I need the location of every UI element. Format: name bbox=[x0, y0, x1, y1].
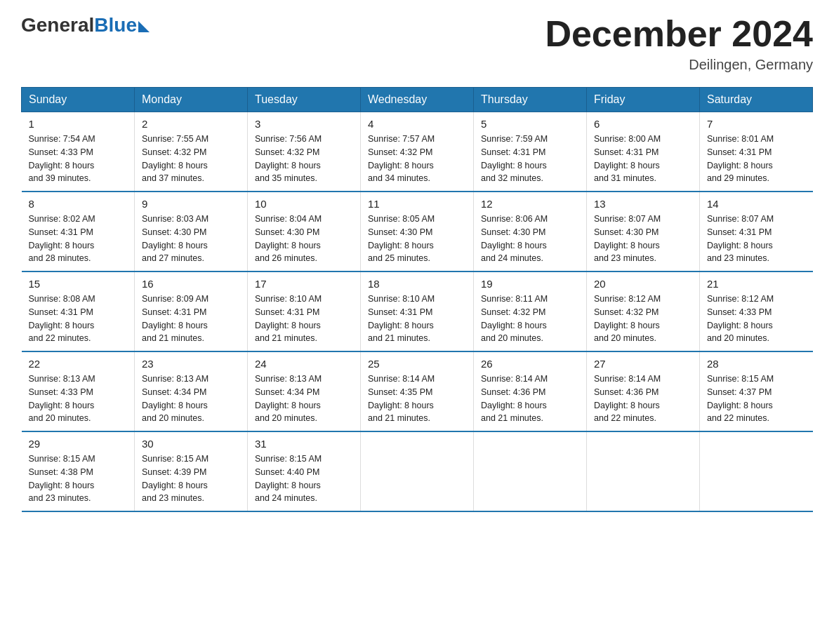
day-number: 26 bbox=[481, 358, 579, 370]
day-info: Sunrise: 7:56 AM Sunset: 4:32 PM Dayligh… bbox=[255, 133, 353, 185]
table-row: 25 Sunrise: 8:14 AM Sunset: 4:35 PM Dayl… bbox=[361, 351, 474, 431]
day-info: Sunrise: 8:13 AM Sunset: 4:33 PM Dayligh… bbox=[29, 373, 128, 425]
table-row: 18 Sunrise: 8:10 AM Sunset: 4:31 PM Dayl… bbox=[361, 271, 474, 351]
day-info: Sunrise: 8:12 AM Sunset: 4:33 PM Dayligh… bbox=[707, 293, 806, 345]
day-info: Sunrise: 8:10 AM Sunset: 4:31 PM Dayligh… bbox=[255, 293, 353, 345]
day-number: 27 bbox=[594, 358, 692, 370]
day-number: 18 bbox=[368, 278, 466, 290]
day-number: 22 bbox=[29, 358, 128, 370]
day-info: Sunrise: 8:06 AM Sunset: 4:30 PM Dayligh… bbox=[481, 213, 579, 265]
day-number: 6 bbox=[594, 118, 692, 130]
day-number: 1 bbox=[29, 118, 128, 130]
day-number: 28 bbox=[707, 358, 806, 370]
day-info: Sunrise: 8:14 AM Sunset: 4:36 PM Dayligh… bbox=[481, 373, 579, 425]
day-number: 30 bbox=[142, 438, 240, 450]
calendar-week-row: 1 Sunrise: 7:54 AM Sunset: 4:33 PM Dayli… bbox=[22, 112, 813, 192]
logo-blue-container: Blue bbox=[94, 14, 150, 36]
day-info: Sunrise: 8:10 AM Sunset: 4:31 PM Dayligh… bbox=[368, 293, 466, 345]
table-row: 26 Sunrise: 8:14 AM Sunset: 4:36 PM Dayl… bbox=[474, 351, 587, 431]
calendar-table: Sunday Monday Tuesday Wednesday Thursday… bbox=[21, 87, 813, 512]
logo: General Blue bbox=[21, 14, 150, 36]
day-number: 23 bbox=[142, 358, 240, 370]
table-row: 28 Sunrise: 8:15 AM Sunset: 4:37 PM Dayl… bbox=[700, 351, 813, 431]
day-info: Sunrise: 8:02 AM Sunset: 4:31 PM Dayligh… bbox=[29, 213, 128, 265]
table-row: 10 Sunrise: 8:04 AM Sunset: 4:30 PM Dayl… bbox=[248, 192, 361, 271]
day-number: 11 bbox=[368, 198, 466, 210]
day-number: 17 bbox=[255, 278, 353, 290]
day-number: 24 bbox=[255, 358, 353, 370]
logo-blue-text: Blue bbox=[94, 14, 137, 36]
day-number: 7 bbox=[707, 118, 806, 130]
table-row: 8 Sunrise: 8:02 AM Sunset: 4:31 PM Dayli… bbox=[22, 192, 135, 271]
calendar-week-row: 22 Sunrise: 8:13 AM Sunset: 4:33 PM Dayl… bbox=[22, 351, 813, 431]
day-info: Sunrise: 8:13 AM Sunset: 4:34 PM Dayligh… bbox=[255, 373, 353, 425]
header-tuesday: Tuesday bbox=[248, 88, 361, 112]
header-friday: Friday bbox=[587, 88, 700, 112]
table-row: 5 Sunrise: 7:59 AM Sunset: 4:31 PM Dayli… bbox=[474, 112, 587, 192]
day-info: Sunrise: 8:09 AM Sunset: 4:31 PM Dayligh… bbox=[142, 293, 240, 345]
table-row: 23 Sunrise: 8:13 AM Sunset: 4:34 PM Dayl… bbox=[135, 351, 248, 431]
day-info: Sunrise: 8:14 AM Sunset: 4:35 PM Dayligh… bbox=[368, 373, 466, 425]
day-number: 12 bbox=[481, 198, 579, 210]
day-info: Sunrise: 8:13 AM Sunset: 4:34 PM Dayligh… bbox=[142, 373, 240, 425]
day-number: 25 bbox=[368, 358, 466, 370]
table-row: 9 Sunrise: 8:03 AM Sunset: 4:30 PM Dayli… bbox=[135, 192, 248, 271]
table-row: 15 Sunrise: 8:08 AM Sunset: 4:31 PM Dayl… bbox=[22, 271, 135, 351]
table-row bbox=[474, 431, 587, 511]
day-number: 9 bbox=[142, 198, 240, 210]
calendar-header-row: Sunday Monday Tuesday Wednesday Thursday… bbox=[22, 88, 813, 112]
day-info: Sunrise: 8:07 AM Sunset: 4:31 PM Dayligh… bbox=[707, 213, 806, 265]
table-row: 3 Sunrise: 7:56 AM Sunset: 4:32 PM Dayli… bbox=[248, 112, 361, 192]
table-row: 21 Sunrise: 8:12 AM Sunset: 4:33 PM Dayl… bbox=[700, 271, 813, 351]
header-saturday: Saturday bbox=[700, 88, 813, 112]
header-thursday: Thursday bbox=[474, 88, 587, 112]
day-number: 21 bbox=[707, 278, 806, 290]
day-number: 10 bbox=[255, 198, 353, 210]
table-row bbox=[587, 431, 700, 511]
logo-triangle-icon bbox=[138, 21, 150, 32]
table-row: 13 Sunrise: 8:07 AM Sunset: 4:30 PM Dayl… bbox=[587, 192, 700, 271]
table-row: 6 Sunrise: 8:00 AM Sunset: 4:31 PM Dayli… bbox=[587, 112, 700, 192]
day-number: 2 bbox=[142, 118, 240, 130]
day-info: Sunrise: 8:07 AM Sunset: 4:30 PM Dayligh… bbox=[594, 213, 692, 265]
header-monday: Monday bbox=[135, 88, 248, 112]
table-row: 22 Sunrise: 8:13 AM Sunset: 4:33 PM Dayl… bbox=[22, 351, 135, 431]
table-row: 7 Sunrise: 8:01 AM Sunset: 4:31 PM Dayli… bbox=[700, 112, 813, 192]
day-number: 3 bbox=[255, 118, 353, 130]
calendar-week-row: 8 Sunrise: 8:02 AM Sunset: 4:31 PM Dayli… bbox=[22, 192, 813, 271]
calendar-week-row: 29 Sunrise: 8:15 AM Sunset: 4:38 PM Dayl… bbox=[22, 431, 813, 511]
title-block: December 2024 Deilingen, Germany bbox=[545, 14, 813, 73]
day-info: Sunrise: 8:15 AM Sunset: 4:38 PM Dayligh… bbox=[29, 452, 128, 505]
day-info: Sunrise: 8:11 AM Sunset: 4:32 PM Dayligh… bbox=[481, 293, 579, 345]
day-number: 20 bbox=[594, 278, 692, 290]
table-row: 4 Sunrise: 7:57 AM Sunset: 4:32 PM Dayli… bbox=[361, 112, 474, 192]
header-sunday: Sunday bbox=[22, 88, 135, 112]
day-info: Sunrise: 7:55 AM Sunset: 4:32 PM Dayligh… bbox=[142, 133, 240, 185]
day-info: Sunrise: 7:59 AM Sunset: 4:31 PM Dayligh… bbox=[481, 133, 579, 185]
table-row: 1 Sunrise: 7:54 AM Sunset: 4:33 PM Dayli… bbox=[22, 112, 135, 192]
header-wednesday: Wednesday bbox=[361, 88, 474, 112]
table-row: 20 Sunrise: 8:12 AM Sunset: 4:32 PM Dayl… bbox=[587, 271, 700, 351]
month-title: December 2024 bbox=[545, 14, 813, 54]
day-info: Sunrise: 8:15 AM Sunset: 4:37 PM Dayligh… bbox=[707, 373, 806, 425]
day-info: Sunrise: 8:14 AM Sunset: 4:36 PM Dayligh… bbox=[594, 373, 692, 425]
day-info: Sunrise: 8:03 AM Sunset: 4:30 PM Dayligh… bbox=[142, 213, 240, 265]
day-number: 19 bbox=[481, 278, 579, 290]
table-row: 27 Sunrise: 8:14 AM Sunset: 4:36 PM Dayl… bbox=[587, 351, 700, 431]
table-row: 16 Sunrise: 8:09 AM Sunset: 4:31 PM Dayl… bbox=[135, 271, 248, 351]
day-info: Sunrise: 8:00 AM Sunset: 4:31 PM Dayligh… bbox=[594, 133, 692, 185]
table-row bbox=[361, 431, 474, 511]
day-number: 5 bbox=[481, 118, 579, 130]
table-row: 11 Sunrise: 8:05 AM Sunset: 4:30 PM Dayl… bbox=[361, 192, 474, 271]
day-info: Sunrise: 8:12 AM Sunset: 4:32 PM Dayligh… bbox=[594, 293, 692, 345]
day-number: 8 bbox=[29, 198, 128, 210]
day-info: Sunrise: 8:08 AM Sunset: 4:31 PM Dayligh… bbox=[29, 293, 128, 345]
page-header: General Blue December 2024 Deilingen, Ge… bbox=[21, 14, 813, 73]
table-row: 29 Sunrise: 8:15 AM Sunset: 4:38 PM Dayl… bbox=[22, 431, 135, 511]
day-info: Sunrise: 8:04 AM Sunset: 4:30 PM Dayligh… bbox=[255, 213, 353, 265]
table-row: 17 Sunrise: 8:10 AM Sunset: 4:31 PM Dayl… bbox=[248, 271, 361, 351]
day-number: 16 bbox=[142, 278, 240, 290]
table-row: 31 Sunrise: 8:15 AM Sunset: 4:40 PM Dayl… bbox=[248, 431, 361, 511]
day-number: 4 bbox=[368, 118, 466, 130]
location-label: Deilingen, Germany bbox=[545, 57, 813, 73]
